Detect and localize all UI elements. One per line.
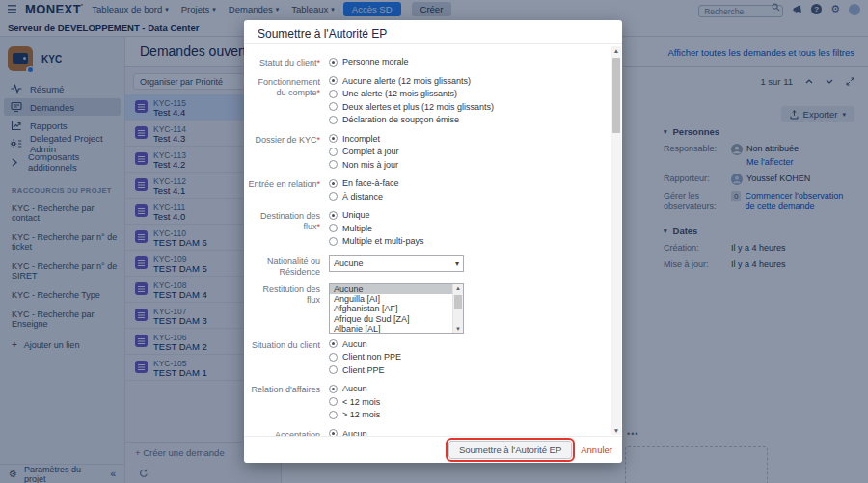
- radio-button[interactable]: [329, 148, 338, 156]
- radio-option-label: À distance: [342, 192, 383, 201]
- scroll-up-icon[interactable]: ▲: [453, 285, 463, 291]
- radio-option-label: Unique: [342, 210, 370, 220]
- radio-button[interactable]: [329, 134, 338, 143]
- radio-button[interactable]: [329, 90, 338, 98]
- form-field-acceptation: AcceptationAucunProximitéVAD: [248, 429, 610, 437]
- field-control: Personne morale: [329, 57, 409, 70]
- radio-option-label: Multiple et multi-pays: [342, 236, 424, 246]
- field-control: Aucun< 12 mois> 12 mois: [329, 384, 380, 423]
- radio-option-aucun[interactable]: Aucun: [329, 429, 379, 437]
- scroll-up-icon[interactable]: ▲: [611, 47, 621, 54]
- radio-option-client-non-ppe[interactable]: Client non PPE: [329, 352, 401, 362]
- field-control: AucunProximitéVAD: [329, 429, 379, 437]
- form-field-entree-en-relation: Entrée en relation*En face-à-faceÀ dista…: [248, 178, 610, 204]
- dialog-scrollbar[interactable]: ▲ ▼: [611, 46, 621, 435]
- radio-button[interactable]: [329, 411, 338, 419]
- radio-button[interactable]: [329, 76, 338, 85]
- radio-option-declaration-de-soupcon-emise[interactable]: Déclaration de soupçon émise: [329, 115, 494, 124]
- radio-option-label: Aucune alerte (12 mois glissants): [342, 76, 471, 86]
- listbox-option[interactable]: Albanie [AL]: [330, 324, 463, 333]
- field-control: AucunClient non PPEClient PPE: [329, 339, 401, 379]
- radio-option-label: En face-à-face: [342, 178, 399, 188]
- radio-option-12-mois[interactable]: < 12 mois: [329, 397, 380, 407]
- radio-option-12-mois[interactable]: > 12 mois: [329, 410, 380, 419]
- required-asterisk: *: [316, 88, 320, 97]
- radio-option-label: Multiple: [342, 224, 372, 233]
- radio-option-unique[interactable]: Unique: [329, 210, 424, 220]
- field-label: Entrée en relation*: [248, 178, 320, 204]
- radio-option-multiple[interactable]: Multiple: [329, 224, 424, 233]
- radio-option-aucune-alerte-12-mois-glissants[interactable]: Aucune alerte (12 mois glissants): [329, 76, 494, 86]
- radio-option-label: < 12 mois: [342, 397, 380, 407]
- dialog-title: Soumettre à l'Autorité EP: [244, 20, 622, 44]
- radio-button[interactable]: [329, 353, 338, 362]
- submit-authority-dialog: Soumettre à l'Autorité EP Statut du clie…: [244, 20, 622, 463]
- form-field-fonctionnement-du-compte: Fonctionnement du compte*Aucune alerte (…: [248, 76, 610, 128]
- scrollbar-thumb[interactable]: [612, 58, 620, 133]
- radio-option-en-face-a-face[interactable]: En face-à-face: [329, 178, 399, 188]
- radio-option-label: Déclaration de soupçon émise: [342, 115, 459, 124]
- radio-option-label: Deux alertes et plus (12 mois glissants): [342, 102, 494, 112]
- form-field-dossier-de-kyc: Dossier de KYC*IncompletComplet à jourNo…: [248, 134, 610, 174]
- dialog-form: Statut du client*Personne moraleFonction…: [244, 45, 610, 436]
- radio-option-aucun[interactable]: Aucun: [329, 384, 380, 393]
- radio-option-label: Non mis à jour: [342, 160, 398, 170]
- radio-option-label: Aucun: [342, 339, 367, 349]
- field-label: Restitution des flux: [248, 283, 320, 334]
- radio-option-label: Client PPE: [342, 365, 385, 375]
- radio-button[interactable]: [329, 58, 338, 67]
- scroll-down-icon[interactable]: ▼: [453, 326, 463, 332]
- radio-option-multiple-et-multi-pays[interactable]: Multiple et multi-pays: [329, 236, 424, 246]
- field-label: Situation du client: [248, 339, 320, 379]
- field-label: Nationalité ou Résidence: [248, 255, 320, 278]
- listbox-restitution-des-flux[interactable]: AucuneAnguilla [AI]Afghanistan [AF]Afriq…: [329, 283, 464, 334]
- field-control: UniqueMultipleMultiple et multi-pays: [329, 210, 424, 250]
- radio-button[interactable]: [329, 224, 338, 232]
- form-field-restitution-des-flux: Restitution des fluxAucuneAnguilla [AI]A…: [248, 283, 610, 334]
- field-control: Aucune▾: [329, 255, 464, 278]
- listbox-option[interactable]: Afghanistan [AF]: [330, 304, 463, 313]
- listbox-option[interactable]: Aucune: [330, 284, 463, 294]
- radio-button[interactable]: [329, 116, 338, 124]
- submit-authority-button[interactable]: Soumettre à l'Autorité EP: [448, 441, 572, 459]
- radio-option-a-distance[interactable]: À distance: [329, 192, 399, 201]
- radio-option-label: Complet à jour: [342, 147, 399, 156]
- radio-button[interactable]: [329, 160, 338, 169]
- radio-option-label: Incomplet: [342, 134, 380, 144]
- radio-option-deux-alertes-et-plus-12-mois-glissants[interactable]: Deux alertes et plus (12 mois glissants): [329, 102, 494, 112]
- radio-button[interactable]: [329, 385, 338, 393]
- listbox-option[interactable]: Afrique du Sud [ZA]: [330, 314, 463, 324]
- select-value: Aucune: [334, 258, 364, 268]
- listbox-scrollbar[interactable]: ▲▼: [452, 284, 463, 333]
- cancel-link[interactable]: Annuler: [581, 444, 612, 455]
- radio-button[interactable]: [329, 179, 338, 188]
- radio-option-client-ppe[interactable]: Client PPE: [329, 365, 401, 375]
- scroll-down-icon[interactable]: ▼: [611, 427, 621, 434]
- radio-button[interactable]: [329, 211, 338, 220]
- radio-option-label: Une alerte (12 mois glissants): [342, 89, 457, 98]
- radio-button[interactable]: [329, 237, 338, 246]
- application-window: MONEXT' Tableaux de bord▾Projets▾Demande…: [0, 0, 868, 483]
- form-field-relation-d-affaires: Relation d'affairesAucun< 12 mois> 12 mo…: [248, 384, 610, 423]
- radio-option-non-mis-a-jour[interactable]: Non mis à jour: [329, 160, 399, 170]
- field-label: Relation d'affaires: [248, 384, 320, 423]
- form-field-statut-du-client: Statut du client*Personne morale: [248, 57, 610, 70]
- radio-button[interactable]: [329, 339, 338, 348]
- select-nationalite-ou-residence[interactable]: Aucune▾: [329, 255, 464, 272]
- field-label: Statut du client*: [248, 57, 320, 70]
- scrollbar-thumb[interactable]: [454, 295, 462, 309]
- form-field-nationalite-ou-residence: Nationalité ou RésidenceAucune▾: [248, 255, 610, 278]
- radio-option-incomplet[interactable]: Incomplet: [329, 134, 399, 144]
- radio-option-personne-morale[interactable]: Personne morale: [329, 57, 409, 67]
- radio-button[interactable]: [329, 397, 338, 406]
- field-control: AucuneAnguilla [AI]Afghanistan [AF]Afriq…: [329, 283, 464, 334]
- radio-option-complet-a-jour[interactable]: Complet à jour: [329, 147, 399, 156]
- radio-button[interactable]: [329, 192, 338, 201]
- radio-button[interactable]: [329, 102, 338, 111]
- listbox-option[interactable]: Anguilla [AI]: [330, 294, 463, 304]
- required-asterisk: *: [316, 222, 320, 231]
- radio-button[interactable]: [329, 429, 338, 436]
- radio-option-une-alerte-12-mois-glissants[interactable]: Une alerte (12 mois glissants): [329, 89, 494, 98]
- radio-button[interactable]: [329, 365, 338, 374]
- radio-option-aucun[interactable]: Aucun: [329, 339, 401, 349]
